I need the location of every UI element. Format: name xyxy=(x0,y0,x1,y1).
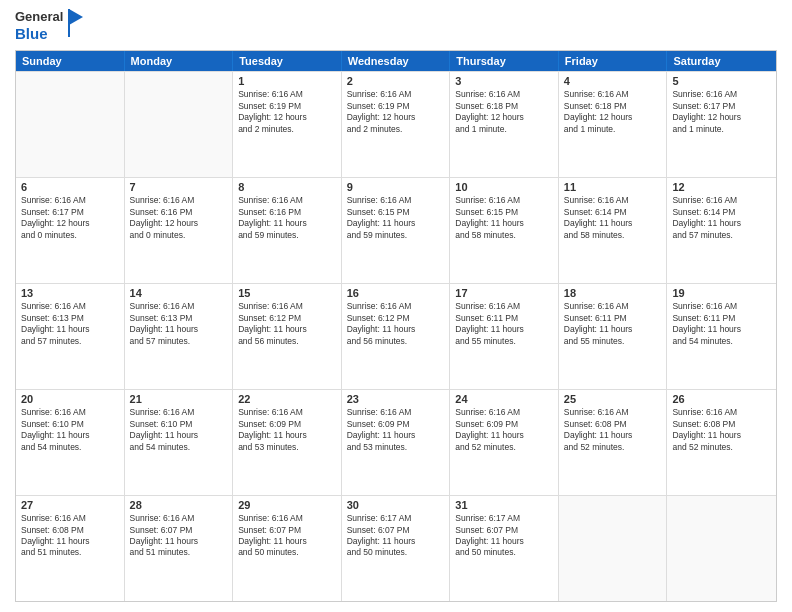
day-number: 20 xyxy=(21,393,119,405)
day-number: 4 xyxy=(564,75,662,87)
day-number: 23 xyxy=(347,393,445,405)
cal-cell: 9Sunrise: 6:16 AMSunset: 6:15 PMDaylight… xyxy=(342,178,451,283)
day-number: 3 xyxy=(455,75,553,87)
day-number: 11 xyxy=(564,181,662,193)
cal-cell: 5Sunrise: 6:16 AMSunset: 6:17 PMDaylight… xyxy=(667,72,776,177)
calendar-body: 1Sunrise: 6:16 AMSunset: 6:19 PMDaylight… xyxy=(16,71,776,601)
day-number: 31 xyxy=(455,499,553,511)
cal-cell: 2Sunrise: 6:16 AMSunset: 6:19 PMDaylight… xyxy=(342,72,451,177)
cal-week-row: 20Sunrise: 6:16 AMSunset: 6:10 PMDayligh… xyxy=(16,389,776,495)
cal-header-day: Tuesday xyxy=(233,51,342,71)
day-number: 6 xyxy=(21,181,119,193)
cal-cell xyxy=(559,496,668,601)
day-number: 9 xyxy=(347,181,445,193)
cal-cell xyxy=(125,72,234,177)
cal-cell: 4Sunrise: 6:16 AMSunset: 6:18 PMDaylight… xyxy=(559,72,668,177)
day-number: 28 xyxy=(130,499,228,511)
day-info: Sunrise: 6:16 AMSunset: 6:19 PMDaylight:… xyxy=(347,89,445,135)
logo-text: General Blue xyxy=(15,10,63,42)
day-info: Sunrise: 6:16 AMSunset: 6:15 PMDaylight:… xyxy=(455,195,553,241)
day-info: Sunrise: 6:16 AMSunset: 6:10 PMDaylight:… xyxy=(21,407,119,453)
day-info: Sunrise: 6:16 AMSunset: 6:17 PMDaylight:… xyxy=(21,195,119,241)
day-info: Sunrise: 6:16 AMSunset: 6:08 PMDaylight:… xyxy=(21,513,119,559)
cal-cell: 3Sunrise: 6:16 AMSunset: 6:18 PMDaylight… xyxy=(450,72,559,177)
day-number: 26 xyxy=(672,393,771,405)
day-number: 15 xyxy=(238,287,336,299)
cal-cell: 30Sunrise: 6:17 AMSunset: 6:07 PMDayligh… xyxy=(342,496,451,601)
cal-cell: 18Sunrise: 6:16 AMSunset: 6:11 PMDayligh… xyxy=(559,284,668,389)
day-info: Sunrise: 6:16 AMSunset: 6:11 PMDaylight:… xyxy=(672,301,771,347)
day-info: Sunrise: 6:16 AMSunset: 6:08 PMDaylight:… xyxy=(672,407,771,453)
day-number: 10 xyxy=(455,181,553,193)
cal-cell: 28Sunrise: 6:16 AMSunset: 6:07 PMDayligh… xyxy=(125,496,234,601)
cal-cell: 17Sunrise: 6:16 AMSunset: 6:11 PMDayligh… xyxy=(450,284,559,389)
day-info: Sunrise: 6:16 AMSunset: 6:17 PMDaylight:… xyxy=(672,89,771,135)
day-number: 1 xyxy=(238,75,336,87)
day-number: 8 xyxy=(238,181,336,193)
calendar-header: SundayMondayTuesdayWednesdayThursdayFrid… xyxy=(16,51,776,71)
cal-week-row: 6Sunrise: 6:16 AMSunset: 6:17 PMDaylight… xyxy=(16,177,776,283)
cal-cell: 20Sunrise: 6:16 AMSunset: 6:10 PMDayligh… xyxy=(16,390,125,495)
day-info: Sunrise: 6:16 AMSunset: 6:14 PMDaylight:… xyxy=(672,195,771,241)
day-number: 13 xyxy=(21,287,119,299)
logo-flag-icon xyxy=(65,9,85,39)
day-info: Sunrise: 6:16 AMSunset: 6:12 PMDaylight:… xyxy=(347,301,445,347)
cal-cell: 16Sunrise: 6:16 AMSunset: 6:12 PMDayligh… xyxy=(342,284,451,389)
day-info: Sunrise: 6:16 AMSunset: 6:10 PMDaylight:… xyxy=(130,407,228,453)
day-info: Sunrise: 6:16 AMSunset: 6:07 PMDaylight:… xyxy=(238,513,336,559)
day-number: 2 xyxy=(347,75,445,87)
day-info: Sunrise: 6:16 AMSunset: 6:11 PMDaylight:… xyxy=(455,301,553,347)
day-info: Sunrise: 6:17 AMSunset: 6:07 PMDaylight:… xyxy=(347,513,445,559)
day-number: 19 xyxy=(672,287,771,299)
cal-cell: 10Sunrise: 6:16 AMSunset: 6:15 PMDayligh… xyxy=(450,178,559,283)
cal-header-day: Friday xyxy=(559,51,668,71)
day-number: 22 xyxy=(238,393,336,405)
cal-cell: 29Sunrise: 6:16 AMSunset: 6:07 PMDayligh… xyxy=(233,496,342,601)
day-number: 21 xyxy=(130,393,228,405)
day-info: Sunrise: 6:16 AMSunset: 6:19 PMDaylight:… xyxy=(238,89,336,135)
cal-week-row: 27Sunrise: 6:16 AMSunset: 6:08 PMDayligh… xyxy=(16,495,776,601)
cal-cell: 6Sunrise: 6:16 AMSunset: 6:17 PMDaylight… xyxy=(16,178,125,283)
cal-cell: 25Sunrise: 6:16 AMSunset: 6:08 PMDayligh… xyxy=(559,390,668,495)
cal-header-day: Monday xyxy=(125,51,234,71)
day-info: Sunrise: 6:16 AMSunset: 6:12 PMDaylight:… xyxy=(238,301,336,347)
cal-week-row: 1Sunrise: 6:16 AMSunset: 6:19 PMDaylight… xyxy=(16,71,776,177)
day-info: Sunrise: 6:16 AMSunset: 6:07 PMDaylight:… xyxy=(130,513,228,559)
day-info: Sunrise: 6:16 AMSunset: 6:18 PMDaylight:… xyxy=(564,89,662,135)
day-info: Sunrise: 6:17 AMSunset: 6:07 PMDaylight:… xyxy=(455,513,553,559)
cal-header-day: Sunday xyxy=(16,51,125,71)
day-info: Sunrise: 6:16 AMSunset: 6:11 PMDaylight:… xyxy=(564,301,662,347)
day-info: Sunrise: 6:16 AMSunset: 6:15 PMDaylight:… xyxy=(347,195,445,241)
cal-cell: 12Sunrise: 6:16 AMSunset: 6:14 PMDayligh… xyxy=(667,178,776,283)
day-info: Sunrise: 6:16 AMSunset: 6:13 PMDaylight:… xyxy=(21,301,119,347)
day-number: 25 xyxy=(564,393,662,405)
cal-cell xyxy=(16,72,125,177)
cal-header-day: Saturday xyxy=(667,51,776,71)
day-number: 16 xyxy=(347,287,445,299)
cal-cell: 27Sunrise: 6:16 AMSunset: 6:08 PMDayligh… xyxy=(16,496,125,601)
page: General Blue SundayMondayTuesdayWednesda… xyxy=(0,0,792,612)
cal-cell: 26Sunrise: 6:16 AMSunset: 6:08 PMDayligh… xyxy=(667,390,776,495)
cal-cell: 11Sunrise: 6:16 AMSunset: 6:14 PMDayligh… xyxy=(559,178,668,283)
header: General Blue xyxy=(15,10,777,42)
day-number: 29 xyxy=(238,499,336,511)
day-number: 12 xyxy=(672,181,771,193)
cal-cell: 14Sunrise: 6:16 AMSunset: 6:13 PMDayligh… xyxy=(125,284,234,389)
day-number: 17 xyxy=(455,287,553,299)
day-number: 7 xyxy=(130,181,228,193)
svg-marker-0 xyxy=(69,9,83,25)
cal-header-day: Wednesday xyxy=(342,51,451,71)
calendar: SundayMondayTuesdayWednesdayThursdayFrid… xyxy=(15,50,777,602)
logo-graphic: General Blue xyxy=(15,10,85,42)
cal-header-day: Thursday xyxy=(450,51,559,71)
day-info: Sunrise: 6:16 AMSunset: 6:08 PMDaylight:… xyxy=(564,407,662,453)
cal-cell: 23Sunrise: 6:16 AMSunset: 6:09 PMDayligh… xyxy=(342,390,451,495)
cal-cell: 21Sunrise: 6:16 AMSunset: 6:10 PMDayligh… xyxy=(125,390,234,495)
cal-cell: 7Sunrise: 6:16 AMSunset: 6:16 PMDaylight… xyxy=(125,178,234,283)
cal-cell: 8Sunrise: 6:16 AMSunset: 6:16 PMDaylight… xyxy=(233,178,342,283)
logo-general: General xyxy=(15,10,63,25)
svg-rect-1 xyxy=(68,9,70,37)
day-info: Sunrise: 6:16 AMSunset: 6:18 PMDaylight:… xyxy=(455,89,553,135)
day-number: 30 xyxy=(347,499,445,511)
day-info: Sunrise: 6:16 AMSunset: 6:09 PMDaylight:… xyxy=(455,407,553,453)
